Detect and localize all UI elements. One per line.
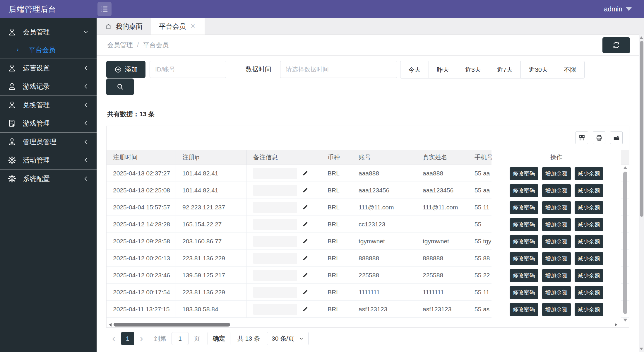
row-action-button[interactable]: 增加余额: [542, 235, 571, 248]
pagination: ‹ 1 › 到第 页 确定 共 13 条 30 条/页: [97, 328, 644, 345]
remark-field[interactable]: [253, 236, 297, 247]
tabbar: 我的桌面 平台会员 ×: [97, 18, 644, 35]
sidebar-toggle-button[interactable]: [97, 2, 112, 16]
edit-pencil-icon[interactable]: [302, 306, 309, 312]
page-scrollbar-thumb[interactable]: [640, 41, 643, 217]
current-page-button[interactable]: 1: [121, 332, 134, 345]
row-action-button[interactable]: 增加余额: [542, 218, 571, 231]
remark-field[interactable]: [253, 202, 297, 213]
sidebar-item[interactable]: 运营设置: [0, 59, 97, 77]
remark-field[interactable]: [253, 287, 297, 298]
row-action-button[interactable]: 增加余额: [542, 167, 571, 180]
columns-toggle-button[interactable]: [576, 131, 588, 144]
row-action-button[interactable]: 修改密码: [510, 303, 538, 316]
remark-field[interactable]: [253, 253, 297, 264]
edit-pencil-icon[interactable]: [302, 187, 309, 194]
vertical-scrollbar-thumb[interactable]: [623, 172, 627, 314]
table-vertical-scrollbar[interactable]: [622, 165, 628, 323]
refresh-icon: [612, 41, 621, 49]
row-action-button[interactable]: 增加余额: [542, 252, 571, 265]
quick-range-button[interactable]: 今天: [400, 61, 429, 78]
date-range-input[interactable]: [280, 61, 397, 78]
tab-my-desktop[interactable]: 我的桌面: [97, 18, 151, 35]
row-action-button[interactable]: 增加余额: [542, 201, 571, 214]
edit-pencil-icon[interactable]: [302, 255, 309, 262]
row-action-button[interactable]: 减少余额: [575, 184, 603, 197]
close-icon[interactable]: ×: [189, 23, 196, 30]
row-action-button[interactable]: 减少余额: [575, 252, 603, 265]
cell-currency: BRL: [321, 199, 352, 216]
edit-pencil-icon[interactable]: [302, 204, 309, 211]
edit-pencil-icon[interactable]: [302, 238, 309, 245]
row-action-button[interactable]: 修改密码: [510, 218, 538, 231]
row-action-button[interactable]: 减少余额: [575, 218, 603, 231]
row-action-button[interactable]: 增加余额: [542, 303, 571, 316]
goto-page-input[interactable]: [172, 332, 189, 345]
quick-range-button[interactable]: 近7天: [489, 61, 521, 78]
row-action-button[interactable]: 修改密码: [510, 201, 538, 214]
row-action-button[interactable]: 修改密码: [510, 184, 538, 197]
sidebar-subitem[interactable]: 平台会员: [0, 41, 97, 59]
page-scroll-down-arrow[interactable]: [640, 348, 643, 350]
row-action-button[interactable]: 减少余额: [575, 303, 603, 316]
scroll-up-arrow[interactable]: [623, 166, 627, 169]
remark-field[interactable]: [253, 270, 297, 281]
confirm-page-button[interactable]: 确定: [208, 332, 230, 345]
sidebar-item[interactable]: 游戏记录: [0, 77, 97, 95]
page-scroll-up-arrow[interactable]: [640, 36, 643, 39]
row-action-button[interactable]: 修改密码: [510, 235, 538, 248]
row-action-button[interactable]: 减少余额: [575, 201, 603, 214]
id-account-input[interactable]: [150, 61, 226, 78]
remark-field[interactable]: [253, 168, 297, 179]
table-horizontal-scrollbar[interactable]: [107, 322, 629, 327]
row-action-button[interactable]: 减少余额: [575, 235, 603, 248]
horizontal-scrollbar-thumb[interactable]: [114, 323, 230, 327]
remark-field[interactable]: [253, 219, 297, 230]
export-button[interactable]: [610, 131, 623, 144]
row-action-button[interactable]: 减少余额: [575, 167, 603, 180]
refresh-button[interactable]: [602, 37, 630, 53]
row-action-button[interactable]: 减少余额: [575, 269, 603, 282]
row-action-button[interactable]: 增加余额: [542, 286, 571, 299]
row-action-button[interactable]: 修改密码: [510, 252, 538, 265]
search-button[interactable]: [106, 78, 134, 95]
sidebar-item[interactable]: 会员管理: [0, 23, 97, 41]
sidebar-item-label: 游戏记录: [23, 82, 50, 91]
quick-range-button[interactable]: 近3天: [457, 61, 489, 78]
breadcrumb-parent[interactable]: 会员管理: [107, 41, 133, 49]
scroll-left-arrow[interactable]: [109, 323, 112, 327]
add-button[interactable]: 添加: [106, 61, 145, 78]
edit-pencil-icon[interactable]: [302, 289, 309, 295]
breadcrumb-current: 平台会员: [143, 41, 169, 49]
row-action-button[interactable]: 增加余额: [542, 269, 571, 282]
sidebar-item[interactable]: 游戏管理: [0, 114, 97, 132]
cell-real-name: asf123123: [416, 301, 468, 317]
scroll-right-arrow[interactable]: [615, 323, 617, 327]
next-page-button[interactable]: ›: [135, 333, 148, 344]
prev-page-button[interactable]: ‹: [108, 333, 120, 344]
sidebar-item[interactable]: 活动管理: [0, 151, 97, 169]
remark-field[interactable]: [253, 185, 297, 196]
sidebar-item[interactable]: 系统配置: [0, 170, 97, 188]
edit-pencil-icon[interactable]: [302, 170, 309, 177]
row-action-button[interactable]: 修改密码: [510, 269, 538, 282]
row-action-button[interactable]: 修改密码: [510, 167, 538, 180]
page-size-select[interactable]: 30 条/页: [267, 332, 309, 345]
sidebar-item[interactable]: 兑换管理: [0, 96, 97, 114]
remark-field[interactable]: [253, 304, 297, 315]
quick-range-button[interactable]: 不限: [556, 61, 585, 78]
edit-pencil-icon[interactable]: [302, 221, 309, 228]
quick-range-button[interactable]: 近30天: [520, 61, 556, 78]
row-action-button[interactable]: 修改密码: [510, 286, 538, 299]
scroll-down-arrow[interactable]: [623, 319, 627, 322]
row-action-button[interactable]: 减少余额: [575, 286, 603, 299]
sidebar-item-label: 游戏管理: [23, 119, 50, 128]
user-menu[interactable]: admin: [604, 5, 632, 13]
print-button[interactable]: [593, 131, 605, 144]
page-scrollbar[interactable]: [639, 35, 644, 352]
tab-platform-members[interactable]: 平台会员 ×: [151, 18, 205, 35]
row-action-button[interactable]: 增加余额: [542, 184, 571, 197]
edit-pencil-icon[interactable]: [302, 272, 309, 278]
sidebar-item[interactable]: 管理员管理: [0, 133, 97, 151]
quick-range-button[interactable]: 昨天: [429, 61, 457, 78]
